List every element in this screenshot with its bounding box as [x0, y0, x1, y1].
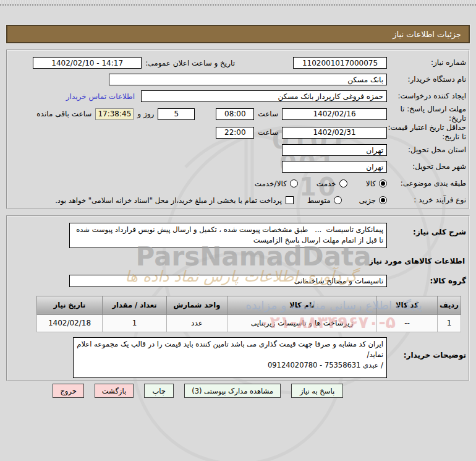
classification-label: طبقه بندی موضوعی: [387, 179, 466, 188]
price-validity-row: حداقل تاریخ اعتبار قیمت: تا تاریخ: 1402/… [10, 123, 466, 142]
buyer-org-value: بانک مسکن [347, 75, 383, 84]
cell-goods-name: زیرساخت ها و تاسیسات زیربنایی [227, 314, 377, 332]
goods-group-label: گروه کالا: [387, 277, 466, 286]
buyer-notes-label: توضیحات خریدار: [387, 337, 466, 360]
col-row-number: ردیف [438, 296, 461, 314]
classification-option-service-label: خدمت [317, 179, 336, 188]
process-type-option-partial-label: جزیی [359, 196, 376, 205]
need-desc-label: شرح کلی نیاز: [387, 223, 466, 237]
exit-button[interactable]: خروج [53, 384, 83, 398]
price-validity-date-value: 1402/02/31 [313, 128, 355, 137]
remaining-time-counter: 17:38:45 [95, 108, 134, 120]
delivery-province-value: تهران [366, 146, 383, 155]
price-validity-hour-input[interactable]: 22:00 [216, 127, 254, 139]
request-creator-row: ایجاد کننده درخواست: حمزه فروغی کارپرداز… [10, 88, 466, 105]
request-creator-label: ایجاد کننده درخواست: [387, 92, 466, 101]
cell-unit: عدد [167, 314, 227, 332]
process-type-option-medium-label: متوسط [307, 196, 331, 205]
remaining-days-value: 5 [174, 110, 179, 118]
remaining-time-value: 17:38:45 [98, 110, 131, 118]
col-need-date: تاریخ نیاز [37, 296, 103, 314]
col-goods-code: کد کالا [377, 296, 438, 314]
announce-datetime-input[interactable]: 1402/02/10 - 14:17 [33, 57, 142, 69]
process-type-option-medium[interactable]: متوسط [307, 196, 342, 205]
reply-deadline-row: مهلت ارسال پاسخ: تا تاریخ: 1402/02/16 سا… [10, 105, 466, 123]
goods-table: ردیف کد کالا نام کالا واحد شمارش تعداد /… [36, 296, 461, 332]
need-number-input[interactable]: 1102001017000075 [293, 57, 387, 69]
reply-deadline-hour-value: 08:00 [224, 110, 246, 118]
need-number-value: 1102001017000075 [302, 59, 378, 67]
need-number-label: شماره نیاز: [387, 58, 466, 67]
radio-selected-icon[interactable] [379, 179, 387, 187]
price-validity-date-input[interactable]: 1402/02/31 [282, 127, 387, 139]
view-attachments-button[interactable]: مشاهده مدارک پیوستی (3) [184, 384, 281, 398]
goods-info-heading: اطلاعات کالاهای مورد نیاز [11, 257, 465, 265]
need-desc-row: شرح کلی نیاز: پیمانکاری تاسیسات ... طبق … [10, 223, 466, 248]
col-goods-name: نام کالا [227, 296, 377, 314]
classification-option-goods-service[interactable]: کالا/خدمت [255, 179, 298, 188]
radio-selected-icon[interactable] [379, 196, 387, 204]
buyer-contact-link[interactable]: اطلاعات تماس خریدار [66, 92, 135, 101]
back-button[interactable]: بازگشت [95, 384, 134, 398]
classification-row: طبقه بندی موضوعی: کالا خدمت کالا/خدمت [10, 175, 466, 192]
classification-option-service[interactable]: خدمت [317, 179, 347, 188]
delivery-city-label: شهر محل تحویل: [387, 162, 466, 171]
delivery-city-row: شهر محل تحویل: تهران [10, 158, 466, 175]
col-unit: واحد شمارش [167, 296, 227, 314]
remaining-days-input[interactable]: 5 [158, 108, 195, 120]
classification-option-goods-service-label: کالا/خدمت [255, 179, 287, 188]
buyer-notes-row: توضیحات خریدار: ایران کد مشابه و صرفا جه… [10, 337, 466, 378]
process-type-label: نوع فرآیند خرید : [387, 196, 466, 205]
print-button[interactable]: چاپ [144, 384, 174, 398]
remaining-time-label: ساعت باقی مانده [36, 110, 91, 118]
buyer-notes-textarea[interactable]: ایران کد مشابه و صرفا جهت قیمت گذاری می … [73, 337, 387, 378]
reply-deadline-hour-label: ساعت [258, 110, 278, 118]
need-number-row: شماره نیاز: 1102001017000075 تاریخ و ساع… [10, 54, 466, 71]
action-buttons: پاسخ به نیاز مشاهده مدارک پیوستی (3) چاپ… [6, 384, 470, 398]
price-validity-hour-value: 22:00 [224, 128, 246, 137]
need-details-page: { "header": { "title": "جزئیات اطلاعات ن… [0, 0, 476, 461]
need-desc-textarea[interactable]: پیمانکاری تاسیسات ... طبق مشخصات پیوست ش… [69, 223, 387, 248]
buyer-org-label: نام دستگاه خریدار: [387, 75, 466, 84]
delivery-province-row: استان محل تحویل: تهران [10, 142, 466, 158]
goods-table-header-row: ردیف کد کالا نام کالا واحد شمارش تعداد /… [37, 296, 461, 314]
page-title: جزئیات اطلاعات نیاز [6, 25, 470, 43]
price-validity-label: حداقل تاریخ اعتبار قیمت: تا تاریخ: [387, 123, 466, 142]
reply-deadline-date-input[interactable]: 1402/02/16 [282, 108, 387, 120]
request-creator-value: حمزه فروغی کارپرداز بانک مسکن [278, 92, 383, 101]
classification-option-goods[interactable]: کالا [366, 179, 387, 188]
delivery-province-input[interactable]: تهران [282, 144, 387, 156]
general-info-panel: شماره نیاز: 1102001017000075 تاریخ و ساع… [6, 50, 470, 209]
radio-icon[interactable] [334, 196, 342, 204]
buyer-org-input[interactable]: بانک مسکن [109, 74, 387, 85]
delivery-province-label: استان محل تحویل: [387, 145, 466, 155]
radio-icon[interactable] [290, 179, 298, 187]
goods-group-row: گروه کالا: تاسیسات و مصالح ساختمانی [10, 273, 466, 290]
reply-deadline-hour-input[interactable]: 08:00 [216, 108, 254, 120]
goods-table-row: 1 -- زیرساخت ها و تاسیسات زیربنایی عدد 1… [37, 314, 461, 332]
cell-row-number: 1 [438, 314, 461, 332]
treasury-checkbox[interactable] [286, 196, 294, 204]
remaining-days-label: روز و [137, 110, 154, 118]
page-top-strip [0, 0, 476, 6]
reply-deadline-date-value: 1402/02/16 [313, 110, 355, 118]
cell-need-date: 1402/02/18 [37, 314, 103, 332]
buyer-org-row: نام دستگاه خریدار: بانک مسکن [10, 71, 466, 88]
treasury-checkbox-label: پرداخت تمام یا بخشی از مبلغ خرید،از محل … [55, 196, 282, 205]
delivery-city-value: تهران [366, 163, 383, 171]
announce-datetime-value: 1402/02/10 - 14:17 [51, 59, 123, 67]
page-title-text: جزئیات اطلاعات نیاز [393, 30, 461, 39]
classification-option-goods-label: کالا [366, 179, 376, 188]
announce-datetime-label: تاریخ و ساعت اعلان عمومی: [145, 59, 235, 67]
process-type-option-partial[interactable]: جزیی [359, 196, 387, 205]
delivery-city-input[interactable]: تهران [282, 161, 387, 173]
cell-quantity: 1 [103, 314, 167, 332]
price-validity-hour-label: ساعت [258, 128, 278, 137]
reply-deadline-label: مهلت ارسال پاسخ: تا تاریخ: [387, 105, 466, 123]
request-creator-input[interactable]: حمزه فروغی کارپرداز بانک مسکن [141, 90, 387, 102]
reply-to-need-button[interactable]: پاسخ به نیاز [291, 384, 343, 398]
radio-icon[interactable] [339, 179, 347, 187]
need-description-panel: شرح کلی نیاز: پیمانکاری تاسیسات ... طبق … [6, 215, 470, 381]
col-quantity: تعداد / مقدار [103, 296, 167, 314]
goods-group-input[interactable]: تاسیسات و مصالح ساختمانی [69, 275, 387, 287]
